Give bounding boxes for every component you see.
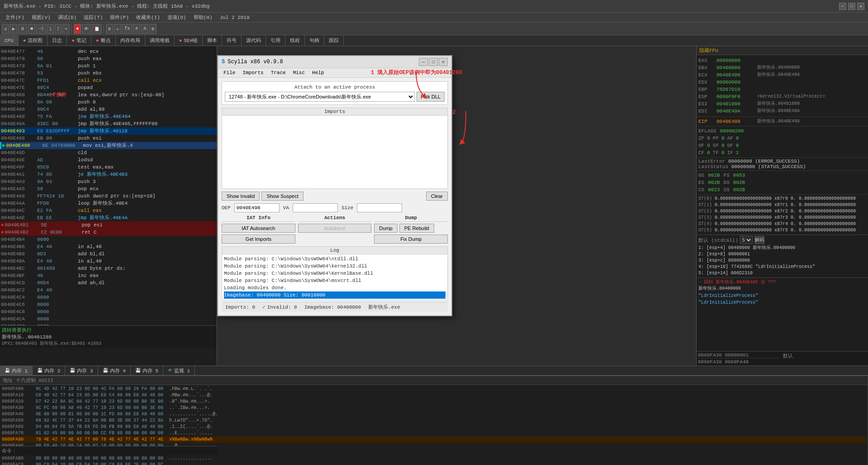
dialog-maximize-btn[interactable]: □ — [429, 58, 438, 66]
tb-asm[interactable]: ⚙ — [106, 24, 113, 34]
menu-file[interactable]: 文件(F) — [2, 13, 28, 22]
autotrace-btn[interactable]: Autotrace — [298, 224, 372, 233]
bottom-tab-mem2[interactable]: 💾 内存 2 — [33, 366, 65, 375]
tab-notes[interactable]: ●笔记 — [67, 35, 91, 46]
tb-mem[interactable]: fx — [122, 24, 132, 34]
bottom-tab-mem5[interactable]: 💾 内存 5 — [131, 366, 163, 375]
minimize-btn[interactable]: — — [839, 3, 846, 10]
tb-search[interactable]: # — [133, 24, 140, 34]
dialog-menu-imports[interactable]: Imports — [239, 69, 267, 76]
tb-settings[interactable]: ⚙ — [149, 24, 157, 34]
tb-runtocursor[interactable]: ➡ — [62, 24, 70, 34]
tb-watch[interactable]: 👁 — [82, 24, 91, 34]
show-suspect-btn[interactable]: Show Suspect — [261, 192, 303, 201]
maximize-btn[interactable]: □ — [848, 3, 855, 10]
tab-graph[interactable]: ●流程图 — [19, 35, 48, 46]
mem-row: 0060FAC000 C0 F4 10 00 C0 F4 10 00 C0 F0… — [2, 462, 866, 465]
show-invalid-btn[interactable]: Show Invalid — [222, 192, 260, 201]
menu-debug[interactable]: 调试(D) — [54, 13, 81, 22]
tb-trace[interactable]: 📋 — [92, 24, 102, 34]
tab-memory-label: 内存布局 — [120, 37, 140, 44]
tab-callstack-label: 调用堆栈 — [150, 37, 170, 44]
menu-plugin[interactable]: 插件(P) — [106, 13, 133, 22]
va-input[interactable] — [293, 203, 338, 212]
dialog-menu-misc[interactable]: Misc — [289, 69, 308, 76]
close-btn[interactable]: ✕ — [857, 3, 864, 10]
tab-source[interactable]: 源代码 — [242, 35, 266, 46]
dialog-title-bar: S Scylla x86 v0.9.8 — □ ✕ — [218, 56, 451, 68]
tab-seh[interactable]: ●SEH链 — [175, 35, 203, 46]
process-select[interactable]: 12748 - 新年快乐.exe - D:\ChromeCoreDownload… — [225, 92, 415, 102]
menu-trace[interactable]: 追踪(T) — [80, 13, 106, 22]
tab-handle[interactable]: 句柄 — [305, 35, 324, 46]
tb-run[interactable]: ▶ — [10, 24, 17, 34]
command-input[interactable] — [20, 448, 201, 453]
invalid-status: ✓ Invalid: 0 — [262, 304, 297, 310]
tab-memory[interactable]: 内存布局 — [116, 35, 145, 46]
tab-ref[interactable]: 引用 — [266, 35, 285, 46]
tb-pause[interactable]: ⏸ — [18, 24, 27, 34]
menu-help[interactable]: 帮助(H) — [190, 13, 216, 22]
log-line: Module parsing: C:\Windows\SysWOW64\msvc… — [224, 277, 446, 284]
tb-stepout[interactable]: ⤴ — [55, 24, 62, 34]
mem-row: 0060FA008C 4D 42 77 10 23 6D 00 4C FA 60… — [2, 386, 866, 392]
bottom-tab-mem3[interactable]: 💾 内存 3 — [65, 366, 98, 375]
mem-row: 0060FA20D7 42 22 8A 8C 68 42 77 10 23 6D… — [2, 399, 866, 405]
menu-view[interactable]: 视图(V) — [28, 13, 54, 22]
log-line-selected[interactable]: Imagebase: 00400000 Size: 00010000 — [224, 291, 446, 299]
dialog-minimize-btn[interactable]: — — [419, 58, 428, 66]
tb-patch[interactable]: ✏ — [114, 24, 121, 34]
bottom-area: 地址 十六进制 ASCII 0060FA008C 4D 42 77 10 23 … — [0, 376, 868, 465]
imports-area: Imports — [222, 108, 448, 189]
tab-notes-label: 笔记 — [76, 37, 86, 44]
tb-bp[interactable]: ● — [74, 24, 81, 34]
arrow-svg-2 — [457, 111, 493, 147]
pe-rebuild-btn[interactable]: PE Rebuild — [399, 224, 434, 233]
bottom-tab-watch[interactable]: 👁 监视 1 — [163, 366, 195, 375]
annotation-2: 2 — [452, 109, 493, 147]
command-input-row: 命令： — [0, 446, 217, 455]
tb-restart[interactable]: ↺ — [2, 24, 9, 34]
tab-script[interactable]: 脚本 — [203, 35, 222, 46]
tab-bp[interactable]: ●断点 — [91, 35, 116, 46]
dialog-menu-file[interactable]: File — [220, 69, 239, 76]
dialog-close-btn[interactable]: ✕ — [439, 58, 448, 66]
dialog-menu-help[interactable]: Help — [308, 69, 327, 76]
bottom-tab-mem4[interactable]: 💾 内存 4 — [98, 366, 131, 375]
log-section: Log Module parsing: C:\Windows\SysWOW64\… — [222, 246, 448, 300]
log-line: Module parsing: C:\Windows\SysWOW64\ntdl… — [224, 255, 446, 263]
dialog-menu-trace[interactable]: Trace — [267, 69, 289, 76]
tb-ref[interactable]: A — [141, 24, 148, 34]
bottom-tab-mem1[interactable]: 💾 内存 1 — [0, 366, 33, 375]
window-controls[interactable]: — □ ✕ — [839, 3, 864, 10]
tab-trace-label: 跟踪 — [329, 37, 339, 44]
dump-btn[interactable]: Dump — [374, 224, 397, 233]
pick-dll-btn[interactable]: Pick DLL — [417, 92, 445, 102]
tab-log-label: 日志 — [52, 37, 62, 44]
size-input[interactable] — [357, 203, 402, 212]
tab-callstack[interactable]: 调用堆栈 — [145, 35, 175, 46]
menu-favorites[interactable]: 收藏夹(I) — [133, 13, 164, 22]
tb-sep2 — [104, 24, 104, 33]
fix-dump-btn[interactable]: Fix Dump — [374, 235, 448, 244]
menu-options[interactable]: 选项(O) — [164, 13, 190, 22]
tab-trace[interactable]: 跟踪 — [324, 35, 344, 46]
tb-stop[interactable]: ■ — [28, 24, 35, 34]
tb-stepover[interactable]: ⤵ — [47, 24, 54, 34]
imports-header: Imports — [222, 108, 447, 116]
iat-autosearch-btn[interactable]: IAT Autosearch — [222, 224, 295, 233]
log-title: Log — [222, 247, 447, 254]
tab-thread-label: 线程 — [290, 37, 300, 44]
tab-ref-label: 引用 — [270, 37, 280, 44]
get-imports-btn[interactable]: Get Imports — [222, 235, 295, 244]
tab-thread[interactable]: 线程 — [285, 35, 305, 46]
log-content[interactable]: Module parsing: C:\Windows\SysWOW64\ntdl… — [222, 254, 447, 300]
tab-cpu[interactable]: CPU — [0, 35, 19, 46]
oep-input[interactable] — [234, 203, 280, 212]
clear-btn[interactable]: Clear — [426, 192, 448, 201]
tab-log[interactable]: 日志 — [47, 35, 67, 46]
tab-symbol[interactable]: 符号 — [222, 35, 242, 46]
three-col: IAT Info IAT Autosearch Get Imports Acti… — [222, 215, 448, 244]
tb-step[interactable]: →| — [36, 24, 46, 34]
memory-header: 地址 十六进制 ASCII — [0, 376, 868, 385]
